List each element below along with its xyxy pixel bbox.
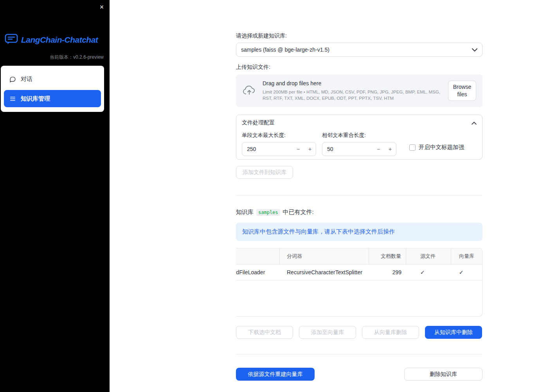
sidebar-item-dialogue[interactable]: 对话 <box>4 70 101 88</box>
sidebar-item-knowledge-base[interactable]: 知识库管理 <box>4 90 101 107</box>
cell-loader: UnstructuredFileLoader <box>236 264 280 280</box>
col-header-loader[interactable]: 文档加载器 <box>236 248 280 264</box>
zh-title-enhance-checkbox[interactable] <box>409 144 416 151</box>
expander-body: 单段文本最大长度: 250 − + 相邻文本重合长度: 50 − + 开启中文标… <box>236 126 482 156</box>
close-icon[interactable]: × <box>97 2 106 12</box>
version-label: 当前版本：v0.2.6-preview <box>0 54 104 61</box>
delete-kb-button[interactable]: 删除知识库 <box>404 368 482 381</box>
expander-header[interactable]: 文件处理配置 <box>236 115 482 126</box>
chat-bubble-icon <box>9 76 16 83</box>
add-files-button[interactable]: 添加文件到知识库 <box>236 166 293 179</box>
app-title: LangChain-Chatchat <box>21 35 98 45</box>
col-header-splitter[interactable]: 分词器 <box>280 248 369 264</box>
table-header-row: 文档加载器 分词器 文档数量 源文件 向量库 <box>236 248 482 264</box>
overlap-minus-button[interactable]: − <box>373 142 384 156</box>
overlap-plus-button[interactable]: + <box>384 142 396 156</box>
col-header-docs[interactable]: 文档数量 <box>369 248 406 264</box>
cell-docs: 299 <box>369 264 406 280</box>
max-length-stepper: 250 − + <box>242 142 316 156</box>
info-banner-text: 知识库中包含源文件与向量库，请从下表中选择文件后操作 <box>242 228 395 236</box>
file-config-expander: 文件处理配置 单段文本最大长度: 250 − + 相邻文本重合长度: 50 − … <box>236 115 482 160</box>
existing-files-heading: 知识库 samples 中已有文件: <box>236 209 482 216</box>
expander-title: 文件处理配置 <box>242 119 275 126</box>
col-header-vector[interactable]: 向量库 <box>451 248 482 264</box>
max-length-plus-button[interactable]: + <box>304 142 316 156</box>
chevron-down-icon <box>472 47 477 53</box>
max-length-input[interactable]: 250 <box>242 146 292 152</box>
table-row[interactable]: UnstructuredFileLoader RecursiveCharacte… <box>236 264 482 281</box>
sidebar-item-label: 知识库管理 <box>21 95 50 102</box>
overlap-field: 相邻文本重合长度: 50 − + <box>322 132 396 156</box>
sidebar-menu: 对话 知识库管理 <box>1 66 104 112</box>
max-length-field: 单段文本最大长度: 250 − + <box>242 132 316 156</box>
max-length-label: 单段文本最大长度: <box>242 132 316 139</box>
list-icon <box>9 95 16 102</box>
add-to-vector-store-button[interactable]: 添加至向量库 <box>299 326 356 339</box>
cell-vector-check: ✓ <box>451 264 482 280</box>
dropzone-text: Drag and drop files here Limit 200MB per… <box>263 80 442 101</box>
cell-source-check: ✓ <box>406 264 451 280</box>
cell-splitter: RecursiveCharacterTextSplitter <box>280 264 369 280</box>
delete-from-kb-button[interactable]: 从知识库中删除 <box>425 326 482 339</box>
kb-select-label: 请选择或新建知识库: <box>236 32 482 40</box>
upload-label: 上传知识文件: <box>236 64 482 71</box>
file-dropzone[interactable]: Drag and drop files here Limit 200MB per… <box>236 74 482 107</box>
main-content: 请选择或新建知识库: samples (faiss @ bge-large-zh… <box>236 0 482 381</box>
overlap-input[interactable]: 50 <box>322 146 373 152</box>
existing-prefix: 知识库 <box>236 209 254 216</box>
drag-drop-text: Drag and drop files here <box>263 80 442 86</box>
rebuild-vector-store-button[interactable]: 依据源文件重建向量库 <box>236 368 315 381</box>
overlap-label: 相邻文本重合长度: <box>322 132 396 139</box>
info-banner: 知识库中包含源文件与向量库，请从下表中选择文件后操作 <box>236 223 482 241</box>
overlap-stepper: 50 − + <box>322 142 396 156</box>
zh-title-enhance-field: 开启中文标题加强 <box>409 144 464 151</box>
max-length-minus-button[interactable]: − <box>292 142 304 156</box>
chevron-up-icon <box>472 120 477 126</box>
download-selected-button[interactable]: 下载选中文档 <box>236 326 293 339</box>
browse-files-button[interactable]: Browse files <box>448 81 476 101</box>
divider <box>236 354 482 354</box>
file-limit-text: Limit 200MB per file • HTML, MD, JSON, C… <box>263 89 442 101</box>
kb-name-code: samples <box>256 209 280 216</box>
files-table: 文档加载器 分词器 文档数量 源文件 向量库 UnstructuredFileL… <box>236 248 482 316</box>
files-table-inner: 文档加载器 分词器 文档数量 源文件 向量库 UnstructuredFileL… <box>236 248 482 281</box>
logo-chat-icon <box>5 34 18 46</box>
kb-selectbox-value: samples (faiss @ bge-large-zh-v1.5) <box>241 47 329 53</box>
delete-from-vector-store-button[interactable]: 从向量库删除 <box>362 326 419 339</box>
existing-suffix: 中已有文件: <box>283 209 314 216</box>
divider <box>236 195 482 196</box>
sidebar: × LangChain-Chatchat 当前版本：v0.2.6-preview… <box>0 0 110 392</box>
kb-selectbox[interactable]: samples (faiss @ bge-large-zh-v1.5) <box>236 43 482 57</box>
zh-title-enhance-label: 开启中文标题加强 <box>419 144 464 151</box>
cloud-upload-icon <box>242 86 256 96</box>
sidebar-item-label: 对话 <box>21 76 32 83</box>
file-actions: 下载选中文档 添加至向量库 从向量库删除 从知识库中删除 <box>236 326 482 339</box>
app-logo: LangChain-Chatchat <box>5 34 98 46</box>
col-header-source[interactable]: 源文件 <box>406 248 451 264</box>
kb-actions: 依据源文件重建向量库 删除知识库 <box>236 368 482 381</box>
